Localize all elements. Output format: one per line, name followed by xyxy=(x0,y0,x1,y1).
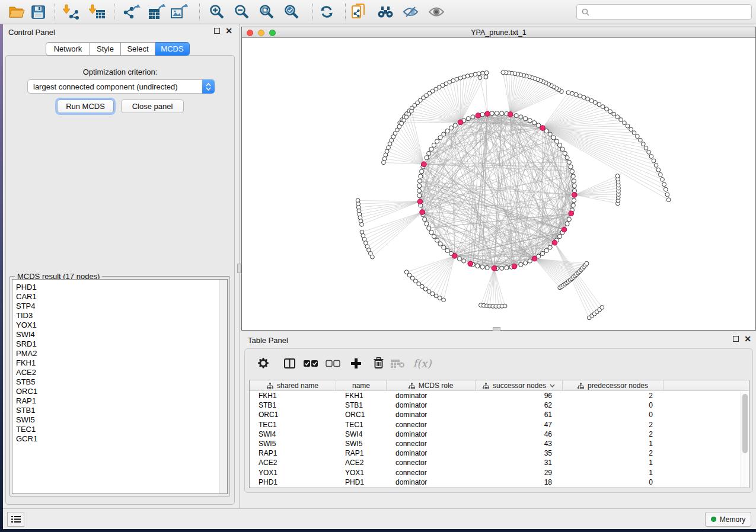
network-node[interactable] xyxy=(565,222,569,226)
table-cell[interactable]: 2 xyxy=(563,392,664,400)
network-node[interactable] xyxy=(665,193,669,197)
tab-style[interactable]: Style xyxy=(90,42,121,56)
network-node[interactable] xyxy=(423,287,428,291)
table-row[interactable]: PHD1PHD1dominator180 xyxy=(250,477,749,487)
table-cell[interactable]: 2 xyxy=(563,421,664,429)
table-row[interactable]: SWI5SWI5connector431 xyxy=(250,439,749,448)
network-node[interactable] xyxy=(594,101,598,105)
import-network-icon[interactable] xyxy=(62,3,81,21)
column-header-shared-name[interactable]: shared name xyxy=(250,380,336,391)
network-node[interactable] xyxy=(442,298,446,302)
network-node[interactable] xyxy=(582,95,586,100)
table-cell[interactable]: SWI4 xyxy=(250,430,336,438)
table-cell[interactable]: RAP1 xyxy=(250,449,336,457)
network-node[interactable] xyxy=(612,112,616,116)
export-table-icon[interactable] xyxy=(147,3,166,21)
result-node-item[interactable]: FKH1 xyxy=(12,358,227,368)
share-network-icon[interactable] xyxy=(351,3,366,21)
network-node[interactable] xyxy=(626,124,630,128)
network-node[interactable] xyxy=(519,115,523,119)
mcds-node[interactable] xyxy=(417,199,423,204)
network-node[interactable] xyxy=(476,264,480,268)
network-node[interactable] xyxy=(471,115,475,119)
table-cell[interactable]: 29 xyxy=(476,469,563,477)
network-node[interactable] xyxy=(505,265,509,270)
search-input[interactable] xyxy=(593,8,747,17)
table-cell[interactable]: RAP1 xyxy=(336,449,387,457)
mcds-node[interactable] xyxy=(468,261,473,267)
network-node[interactable] xyxy=(528,259,532,263)
show-graphics-details-icon[interactable] xyxy=(428,3,445,21)
network-node[interactable] xyxy=(569,165,573,169)
table-cell[interactable]: PHD1 xyxy=(336,478,387,486)
network-node[interactable] xyxy=(442,245,446,249)
network-node[interactable] xyxy=(417,188,421,193)
network-node[interactable] xyxy=(654,164,658,168)
table-row[interactable]: STB1STB1dominator620 xyxy=(250,400,749,410)
network-node[interactable] xyxy=(570,91,575,95)
network-node[interactable] xyxy=(608,110,613,114)
mcds-node[interactable] xyxy=(476,113,481,118)
network-node[interactable] xyxy=(462,259,466,263)
deselect-all-icon[interactable] xyxy=(324,354,342,372)
network-node[interactable] xyxy=(572,179,576,183)
network-node[interactable] xyxy=(429,230,433,235)
table-cell[interactable]: FKH1 xyxy=(336,392,387,400)
network-node[interactable] xyxy=(551,136,556,140)
table-row[interactable]: YOX1YOX1connector291 xyxy=(250,468,749,477)
network-node[interactable] xyxy=(360,223,364,227)
network-node[interactable] xyxy=(566,91,570,95)
result-node-item[interactable]: STP4 xyxy=(12,302,227,311)
network-node[interactable] xyxy=(644,146,648,150)
table-cell[interactable]: ACE2 xyxy=(250,459,336,467)
network-node[interactable] xyxy=(434,294,438,298)
table-cell[interactable]: connector xyxy=(387,421,476,429)
table-cell[interactable]: 1 xyxy=(563,440,664,448)
network-node[interactable] xyxy=(589,99,594,103)
show-columns-icon[interactable] xyxy=(280,354,298,372)
network-node[interactable] xyxy=(548,132,552,136)
network-node[interactable] xyxy=(484,70,489,75)
network-node[interactable] xyxy=(501,70,505,75)
table-scrollbar-thumb[interactable] xyxy=(742,394,748,453)
network-node[interactable] xyxy=(641,142,645,146)
horizontal-splitter-grip[interactable] xyxy=(493,327,500,331)
table-cell[interactable]: 0 xyxy=(563,411,664,419)
table-cell[interactable]: TEC1 xyxy=(250,421,336,429)
network-node[interactable] xyxy=(647,150,651,155)
network-node[interactable] xyxy=(384,153,388,157)
table-row[interactable]: SWI4SWI4dominator462 xyxy=(250,430,749,439)
result-node-item[interactable]: STB5 xyxy=(12,377,227,387)
network-node[interactable] xyxy=(661,178,665,182)
network-node[interactable] xyxy=(490,111,494,116)
mcds-result-list[interactable]: PHD1CAR1STP4TID3YOX1SWI4SRD1PMA2FKH1ACE2… xyxy=(12,279,228,494)
table-cell[interactable]: STB1 xyxy=(250,401,336,409)
table-cell[interactable]: dominator xyxy=(387,449,476,457)
network-node[interactable] xyxy=(572,184,576,188)
network-node[interactable] xyxy=(429,147,433,151)
result-list-scrollbar[interactable] xyxy=(219,280,227,493)
float-panel-icon[interactable] xyxy=(214,28,220,34)
memory-button[interactable]: Memory xyxy=(705,512,751,527)
table-cell[interactable]: SWI5 xyxy=(336,440,387,448)
network-node[interactable] xyxy=(438,242,442,246)
network-node[interactable] xyxy=(623,121,627,125)
network-node[interactable] xyxy=(524,261,528,265)
result-node-item[interactable]: GCR1 xyxy=(12,434,227,444)
table-row[interactable]: TEC1TEC1connector472 xyxy=(250,420,749,430)
mcds-node[interactable] xyxy=(562,227,567,232)
refresh-icon[interactable] xyxy=(319,3,334,21)
table-cell[interactable]: connector xyxy=(387,459,476,467)
mcds-node[interactable] xyxy=(540,126,546,131)
network-node[interactable] xyxy=(548,245,552,249)
export-image-icon[interactable] xyxy=(170,3,189,21)
mcds-node[interactable] xyxy=(508,112,513,117)
export-network-icon[interactable] xyxy=(122,3,141,21)
table-row[interactable]: FKH1FKH1dominator962 xyxy=(250,391,749,400)
network-node[interactable] xyxy=(571,174,575,178)
network-node[interactable] xyxy=(567,217,571,222)
table-cell[interactable]: 1 xyxy=(563,469,664,477)
table-cell[interactable]: 2 xyxy=(563,449,664,457)
network-node[interactable] xyxy=(514,114,518,118)
mcds-node[interactable] xyxy=(552,240,557,245)
